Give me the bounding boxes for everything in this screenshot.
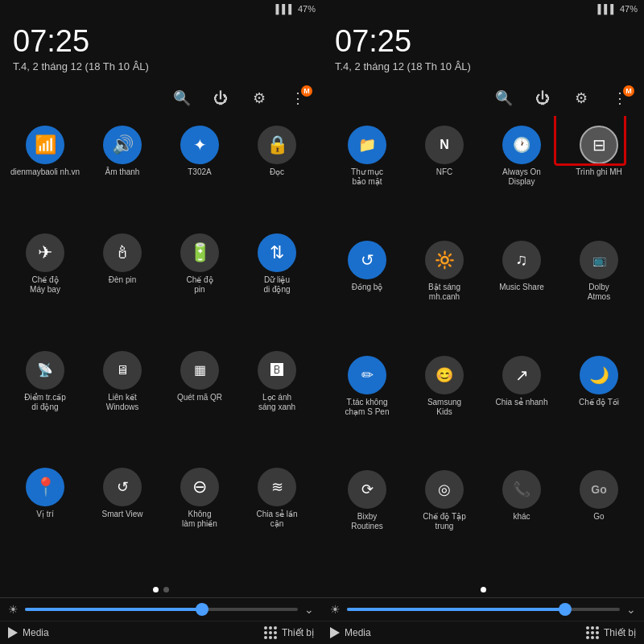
brightness-expand-left[interactable]: ⌄ (304, 603, 314, 616)
date-left: T.4, 2 tháng 12 (18 Th 10 ÂL) (0, 60, 322, 80)
notification-badge-right: M (623, 85, 634, 97)
brightness-thumb-left[interactable] (196, 603, 208, 616)
tile-secure-folder[interactable]: 📁 Thư mụcbảo mật (328, 119, 406, 234)
tile-sound[interactable]: 🔊 Âm thanh (84, 119, 161, 227)
tile-icon-hotspot: 📡 (26, 351, 64, 390)
tile-windows[interactable]: 🖥 Liên kếtWindows (84, 345, 161, 462)
tile-dark-mode[interactable]: 🌙 Chế độ Tối (560, 349, 638, 464)
quick-tiles-right: 📁 Thư mụcbảo mật N NFC 🕐 Always OnDispla… (322, 116, 644, 582)
tile-bluetooth[interactable]: ✦ T302A (161, 119, 238, 227)
tile-label-location: Vị trí (36, 510, 53, 519)
tile-icon-blue-filter: 🅱 (258, 351, 296, 390)
device-button-left[interactable]: Thiết bị (264, 626, 314, 639)
media-button-left[interactable]: Media (8, 627, 49, 638)
tile-go[interactable]: Go Go (560, 464, 638, 579)
play-icon-right (330, 627, 340, 638)
brightness-bar-right: ☀ ⌄ (322, 597, 644, 621)
search-icon-left[interactable]: 🔍 (171, 87, 193, 109)
grid-icon-right (586, 626, 599, 639)
status-icons-right: ▌▌▌ 47% (598, 4, 638, 14)
tile-label-wifi: dienmaybaoli nh.vn (10, 167, 80, 177)
tile-label-quick-share: Chia sẻ nhanh (496, 398, 548, 407)
tile-dolby[interactable]: 📺 DolbyAtmos (560, 234, 638, 349)
tile-bixby[interactable]: ⟳ BixbyRoutines (328, 464, 406, 579)
tile-icon-secure-folder: 📁 (348, 126, 386, 164)
brightness-thumb-right[interactable] (559, 603, 572, 616)
tile-focus[interactable]: ◎ Chế độ Tậptrung (406, 464, 483, 579)
tile-sync[interactable]: ↺ Đồng bộ (328, 234, 406, 349)
tile-always-on[interactable]: 🕐 Always OnDisplay (483, 119, 560, 234)
tile-icon-go: Go (580, 470, 618, 509)
page-dots-left (0, 582, 322, 597)
status-bar-left: ▌▌▌ 47% (0, 0, 322, 18)
tile-mobile-data[interactable]: ⇅ Dữ liệudi động (238, 227, 316, 345)
media-label-right: Media (345, 627, 371, 638)
tile-label-windows: Liên kếtWindows (106, 393, 139, 412)
tile-icon-doc: 🔒 (258, 126, 296, 164)
tile-label-focus: Chế độ Tậptrung (423, 512, 465, 531)
tile-landscape[interactable]: 🔆 Bật sángmh.canh (406, 234, 483, 349)
date-right: T.4, 2 tháng 12 (18 Th 10 ÂL) (322, 60, 644, 80)
tile-battery-mode[interactable]: 🔋 Chế độpin (161, 227, 238, 345)
tile-label-samsung-kids: SamsungKids (427, 398, 461, 417)
tile-doc[interactable]: 🔒 Đọc (238, 119, 316, 227)
tile-flashlight[interactable]: 🕯 Đèn pin (84, 227, 161, 345)
device-label-right: Thiết bị (604, 627, 636, 638)
tile-label-airplane: Chế độMáy bay (30, 275, 60, 295)
tile-smart-view[interactable]: ↺ Smart View (84, 461, 161, 579)
panel-right: ▌▌▌ 47% 07:25 T.4, 2 tháng 12 (18 Th 10 … (322, 0, 644, 644)
brightness-expand-right[interactable]: ⌄ (626, 603, 636, 616)
tile-music-share[interactable]: ♫ Music Share (483, 234, 560, 349)
settings-icon-right[interactable]: ⚙ (570, 87, 592, 109)
tile-icon-windows: 🖥 (103, 351, 142, 390)
tile-samsung-kids[interactable]: 😊 SamsungKids (406, 349, 483, 464)
brightness-bar-left: ☀ ⌄ (0, 597, 322, 621)
tile-qr[interactable]: ▦ Quét mã QR (161, 345, 238, 462)
search-icon-right[interactable]: 🔍 (493, 87, 515, 109)
tile-icon-share-nearby: ≋ (258, 468, 296, 506)
status-bar-right: ▌▌▌ 47% (322, 0, 644, 18)
device-button-right[interactable]: Thiết bị (586, 626, 636, 639)
time-right: 07:25 (322, 18, 644, 60)
media-bar-left: Media Thiết bị (0, 621, 322, 644)
tile-spen[interactable]: ✏ T.tác khôngchạm S Pen (328, 349, 406, 464)
menu-icon-left[interactable]: ⋮ M (287, 87, 309, 109)
power-icon-right[interactable]: ⏻ (531, 87, 554, 109)
brightness-slider-left[interactable] (25, 608, 298, 611)
device-label-left: Thiết bị (282, 627, 314, 638)
status-icons-left: ▌▌▌ 47% (276, 4, 316, 14)
tile-airplane[interactable]: ✈ Chế độMáy bay (6, 227, 84, 345)
tile-icon-battery-mode: 🔋 (180, 233, 219, 272)
battery-icon: 47% (298, 4, 316, 14)
dot-1-left (153, 587, 159, 592)
tile-blue-filter[interactable]: 🅱 Lọc ánhsáng xanh (238, 345, 316, 462)
tile-quick-share[interactable]: ↗ Chia sẻ nhanh (483, 349, 560, 464)
settings-icon-left[interactable]: ⚙ (248, 87, 270, 109)
tile-label-battery-mode: Chế độpin (186, 275, 213, 295)
tile-label-mobile-data: Dữ liệudi động (263, 275, 290, 295)
tile-hotspot[interactable]: 📡 Điểm tr.cấpdi động (6, 345, 84, 462)
tile-icon-dnd: ⊖ (180, 468, 219, 506)
tile-icon-others: 📞 (502, 470, 541, 509)
tile-label-dnd: Khônglàm phiền (182, 510, 217, 529)
time-left: 07:25 (0, 18, 322, 60)
tile-screen-record[interactable]: ⊟ Trình ghi MH (560, 119, 638, 234)
tile-nfc[interactable]: N NFC (406, 119, 483, 234)
tile-dnd[interactable]: ⊖ Khônglàm phiền (161, 461, 238, 579)
brightness-slider-right[interactable] (347, 608, 620, 611)
tile-label-sync: Đồng bộ (352, 283, 383, 292)
tile-label-secure-folder: Thư mụcbảo mật (351, 167, 383, 187)
grid-icon-left (264, 626, 277, 639)
tile-icon-bluetooth: ✦ (180, 126, 219, 164)
menu-icon-right[interactable]: ⋮ M (609, 87, 631, 109)
media-bar-right: Media Thiết bị (322, 621, 644, 644)
media-button-right[interactable]: Media (330, 627, 371, 638)
tile-others[interactable]: 📞 khác (483, 464, 560, 579)
dot-1-right (481, 587, 486, 592)
tile-label-music-share: Music Share (499, 283, 544, 292)
page-dots-right (322, 582, 644, 597)
tile-wifi[interactable]: 📶 dienmaybaoli nh.vn (6, 119, 84, 227)
tile-location[interactable]: 📍 Vị trí (6, 461, 84, 579)
power-icon-left[interactable]: ⏻ (209, 87, 232, 109)
tile-share-nearby[interactable]: ≋ Chia sẻ lầncận (238, 461, 316, 579)
